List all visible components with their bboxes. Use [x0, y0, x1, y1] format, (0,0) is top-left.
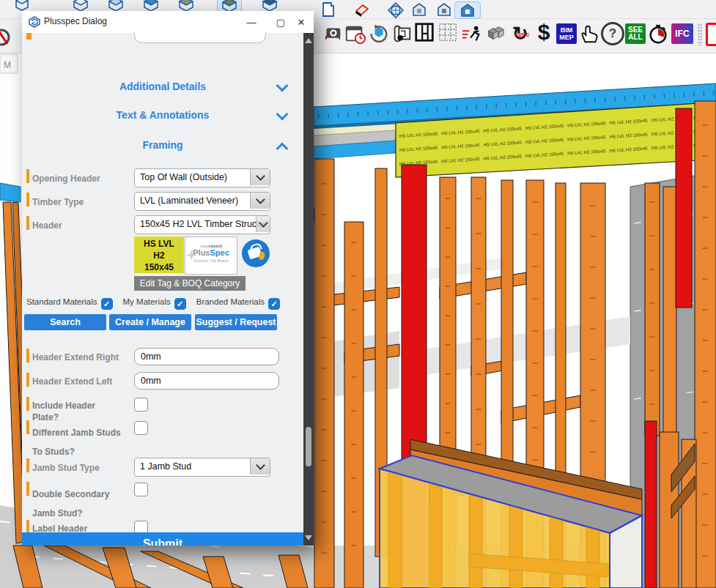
- sync-tool-button[interactable]: ↻sync: [509, 22, 532, 45]
- toolbar-grip: [698, 23, 702, 45]
- submit-button[interactable]: Submit: [22, 532, 303, 546]
- section-tool-button[interactable]: [258, 0, 281, 12]
- header-select[interactable]: 150x45 H2 LVL Timber Structural: [134, 215, 270, 234]
- dialog-scrollbar[interactable]: [303, 33, 314, 546]
- compass-tool-button[interactable]: [384, 2, 407, 18]
- minimize-button[interactable]: —: [239, 11, 264, 33]
- house-icon: [435, 1, 453, 18]
- section-framing[interactable]: Framing: [22, 138, 303, 153]
- bim-mep-tool-button[interactable]: BIMMEP: [555, 22, 578, 45]
- include-header-plate-checkbox[interactable]: [134, 398, 148, 412]
- edit-tag-boq-button[interactable]: Edit Tag & BOQ Category: [134, 276, 246, 291]
- section-tool-button[interactable]: [69, 0, 92, 12]
- standard-materials-checkbox[interactable]: [101, 298, 113, 310]
- timer-tool-button[interactable]: [646, 22, 670, 45]
- field-label: Header: [32, 220, 122, 231]
- section-tool-button[interactable]: [174, 0, 198, 12]
- cost-tool-button[interactable]: $: [532, 21, 556, 44]
- section-text-annotations[interactable]: Text & Annotations: [22, 108, 303, 123]
- double-secondary-jamb-checkbox[interactable]: [134, 483, 148, 496]
- orbit-model-tool-button[interactable]: [367, 22, 391, 45]
- plus-glyph-icon: +: [187, 246, 196, 265]
- settings-gear-icon-fragment[interactable]: [0, 28, 10, 47]
- different-jamb-studs-checkbox[interactable]: [134, 421, 148, 435]
- scrolled-input[interactable]: [134, 33, 266, 43]
- scrollbar-thumb[interactable]: [306, 427, 311, 466]
- field-label: Header Extend Left: [32, 376, 122, 387]
- hand-icon: [578, 23, 600, 45]
- document-tool-button[interactable]: [317, 1, 340, 18]
- ifc-tool-button[interactable]: IFC: [671, 22, 694, 45]
- see-all-icon: SEEALL: [625, 23, 646, 44]
- field-label: Jamb Stud Type: [32, 462, 122, 474]
- chevron-down-icon: [250, 193, 270, 209]
- schedule-tool-button[interactable]: [343, 22, 366, 45]
- plan-view-tool-button[interactable]: [390, 22, 413, 45]
- field-accent-bar: [26, 216, 29, 230]
- field-label: Double Secondary Jamb Stud?: [32, 485, 122, 523]
- shell-tool-button-active[interactable]: [454, 1, 481, 19]
- material-filters: Standard Materials My Materials Branded …: [26, 297, 299, 310]
- search-button[interactable]: Search: [24, 314, 106, 330]
- section-additional-details[interactable]: Additional Details: [22, 80, 303, 94]
- timber-type-select[interactable]: LVL (Laminated Veneer): [134, 192, 270, 211]
- paint-bucket-button[interactable]: [242, 239, 270, 267]
- sync-label: sync: [514, 31, 530, 38]
- chevron-down-icon: [250, 458, 270, 475]
- scroll-down-icon[interactable]: [305, 535, 312, 540]
- field-label: Timber Type: [32, 196, 122, 208]
- red-stud: [645, 421, 657, 588]
- speed-tool-button[interactable]: [460, 22, 484, 45]
- stopwatch-icon: [647, 23, 669, 45]
- red-stud: [676, 108, 692, 308]
- shell-tool-button[interactable]: [432, 1, 456, 18]
- chevron-up-icon[interactable]: [278, 141, 286, 149]
- field-row: Double Secondary Jamb Stud?: [22, 481, 303, 522]
- compass-icon: [387, 1, 405, 19]
- section-tool-button[interactable]: [104, 0, 128, 12]
- brand-logo-box[interactable]: + rubysketch PlusSpec Generic / No Brand: [185, 237, 237, 275]
- question-icon: ?: [601, 22, 624, 45]
- see-all-tool-button[interactable]: SEEALL: [624, 22, 647, 45]
- eraser-icon: [353, 1, 371, 18]
- suggest-request-button[interactable]: Suggest / Request: [195, 314, 277, 330]
- my-materials-checkbox[interactable]: [174, 298, 186, 310]
- branded-materials-checkbox[interactable]: [268, 298, 280, 310]
- house-icon: [410, 1, 428, 18]
- dollar-icon: $: [538, 20, 550, 45]
- field-row: Different Jamb Studs To Studs?: [22, 420, 303, 461]
- orbit-cube-icon: [368, 23, 390, 45]
- runner-icon: [461, 23, 483, 45]
- house-icon: [459, 1, 476, 19]
- material-swatch[interactable]: HS LVL H2 150x45: [134, 237, 184, 273]
- solid-shape-tool-button[interactable]: [10, 0, 34, 12]
- field-label: Opening Header: [32, 173, 122, 185]
- select-tool-button[interactable]: [577, 22, 601, 45]
- swatch-text: 150x45: [134, 261, 184, 273]
- header-extend-right-input[interactable]: [134, 348, 279, 365]
- snapshot-tool-button[interactable]: [321, 22, 344, 45]
- create-manage-button[interactable]: Create / Manage: [109, 314, 191, 330]
- section-tool-button[interactable]: [139, 0, 163, 12]
- scroll-up-icon[interactable]: [305, 38, 312, 43]
- filter-branded-materials: Branded Materials: [196, 297, 280, 310]
- eraser-tool-button[interactable]: [350, 1, 374, 18]
- shell-tool-button[interactable]: [407, 1, 431, 18]
- help-tool-button[interactable]: ?: [601, 22, 624, 45]
- opening-header-select[interactable]: Top Of Wall (Outside): [134, 168, 270, 187]
- close-button[interactable]: ✕: [289, 11, 314, 33]
- clipboard-tool-button[interactable]: [704, 23, 716, 46]
- swatch-text: HS LVL: [134, 238, 184, 250]
- field-label: Header Extend Right: [32, 351, 122, 363]
- jamb-stud-type-select[interactable]: 1 Jamb Stud: [134, 458, 270, 477]
- window-frame-tool-button[interactable]: [413, 21, 436, 44]
- chevron-down-icon[interactable]: [278, 83, 286, 91]
- dialog-titlebar[interactable]: Plusspec Dialog — ▢ ✕: [22, 11, 314, 34]
- grid-tool-button[interactable]: [436, 21, 460, 44]
- chevron-down-icon[interactable]: [278, 111, 286, 119]
- header-extend-left-input[interactable]: [134, 372, 279, 390]
- bim-mep-icon: BIMMEP: [556, 23, 577, 44]
- sync-arrows-icon: ↻sync: [512, 23, 528, 45]
- field-accent-bar: [26, 397, 29, 411]
- assemblies-tool-button[interactable]: [482, 22, 506, 45]
